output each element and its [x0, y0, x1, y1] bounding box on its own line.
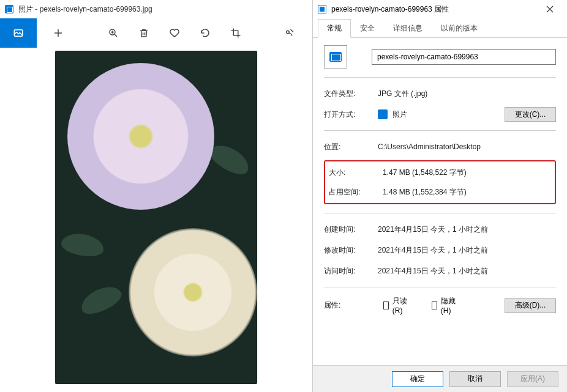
file-icon — [318, 5, 326, 13]
close-button[interactable] — [538, 0, 562, 18]
photos-app-icon — [5, 5, 13, 13]
zoom-button[interactable] — [98, 18, 129, 48]
divider — [324, 213, 556, 213]
size-highlight-box: 大小: 1.47 MB (1,548,522 字节) 占用空间: 1.48 MB… — [324, 160, 556, 204]
favorite-button[interactable] — [159, 18, 190, 48]
apply-button[interactable]: 应用(A) — [507, 371, 558, 387]
filename-input[interactable] — [372, 49, 556, 65]
tab-previous-versions[interactable]: 以前的版本 — [432, 19, 487, 38]
value-modified: 2021年4月15日 今天，1 小时之前 — [378, 245, 556, 256]
photo-decoration — [59, 231, 105, 259]
tab-security[interactable]: 安全 — [351, 19, 384, 38]
ok-button[interactable]: 确定 — [392, 371, 443, 387]
photo-decoration — [67, 63, 214, 210]
file-type-icon — [324, 45, 347, 68]
tab-general[interactable]: 常规 — [318, 19, 351, 38]
photos-app: 照片 - pexels-rovelyn-camato-699963.jpg — [0, 0, 312, 392]
dialog-titlebar: pexels-rovelyn-camato-699963 属性 — [313, 0, 567, 18]
tab-details[interactable]: 详细信息 — [384, 19, 432, 38]
value-size: 1.47 MB (1,548,522 字节) — [383, 168, 551, 178]
photos-toolbar — [0, 18, 312, 48]
photo-decoration — [129, 228, 257, 357]
label-size: 大小: — [329, 168, 383, 178]
value-created: 2021年4月15日 今天，1 小时之前 — [378, 224, 556, 235]
rotate-button[interactable] — [190, 18, 220, 48]
tab-row: 常规 安全 详细信息 以前的版本 — [313, 18, 567, 38]
label-modified: 修改时间: — [324, 245, 378, 256]
hidden-label: 隐藏(H) — [441, 296, 456, 315]
cancel-button[interactable]: 取消 — [449, 371, 501, 387]
openwith-app-icon — [378, 109, 388, 119]
divider — [324, 77, 556, 78]
dialog-footer: 确定 取消 应用(A) — [313, 365, 567, 392]
value-sizeondisk: 1.48 MB (1,552,384 字节) — [383, 187, 551, 198]
crop-button[interactable] — [220, 18, 251, 48]
photo-decoration — [77, 281, 125, 319]
label-created: 创建时间: — [324, 224, 378, 235]
photo-viewport[interactable] — [0, 48, 312, 392]
label-attributes: 属性: — [324, 300, 359, 311]
readonly-checkbox[interactable]: 只读(R) — [383, 296, 407, 315]
change-button[interactable]: 更改(C)... — [505, 107, 556, 122]
label-location: 位置: — [324, 142, 378, 152]
properties-body: 文件类型: JPG 文件 (.jpg) 打开方式: 照片 更改(C)... 位置… — [313, 38, 567, 365]
value-accessed: 2021年4月15日 今天，1 小时之前 — [378, 266, 556, 276]
edit-button[interactable] — [274, 18, 305, 48]
photos-title: 照片 - pexels-rovelyn-camato-699963.jpg — [18, 4, 152, 15]
delete-button[interactable] — [129, 18, 159, 48]
divider — [324, 287, 556, 287]
checkbox-icon — [383, 301, 389, 309]
photo-image — [55, 51, 257, 384]
label-openwith: 打开方式: — [324, 109, 378, 120]
view-mode-button[interactable] — [0, 18, 37, 48]
dialog-title: pexels-rovelyn-camato-699963 属性 — [331, 4, 538, 15]
photos-titlebar: 照片 - pexels-rovelyn-camato-699963.jpg — [0, 0, 312, 18]
divider — [324, 130, 556, 131]
readonly-label: 只读(R) — [392, 296, 407, 315]
advanced-button[interactable]: 高级(D)... — [505, 298, 556, 313]
add-button[interactable] — [43, 18, 73, 48]
label-accessed: 访问时间: — [324, 266, 378, 276]
properties-dialog: pexels-rovelyn-camato-699963 属性 常规 安全 详细… — [312, 0, 567, 392]
svg-point-2 — [287, 31, 290, 34]
value-openwith: 照片 — [392, 109, 407, 120]
checkbox-icon — [432, 301, 437, 309]
label-filetype: 文件类型: — [324, 89, 378, 99]
label-sizeondisk: 占用空间: — [329, 187, 383, 198]
value-location: C:\Users\Administrator\Desktop — [378, 142, 556, 151]
value-filetype: JPG 文件 (.jpg) — [378, 89, 556, 99]
hidden-checkbox[interactable]: 隐藏(H) — [432, 296, 456, 315]
